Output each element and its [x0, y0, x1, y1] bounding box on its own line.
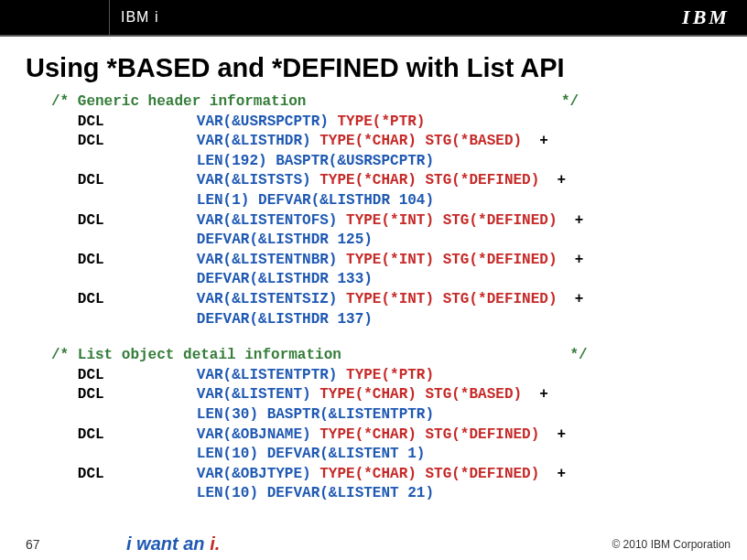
var-usrspcptr: VAR(&USRSPCPTR) — [197, 113, 329, 130]
len-1: LEN(1) — [197, 192, 250, 209]
type-char: TYPE(*CHAR) — [311, 426, 417, 443]
basptr-listentptr: BASPTR(&LISTENTPTR) — [258, 406, 434, 423]
plus: + — [522, 133, 548, 149]
stg-defined: STG(*DEFINED) — [434, 291, 557, 307]
len-30: LEN(30) — [197, 406, 258, 423]
type-char: TYPE(*CHAR) — [311, 172, 417, 188]
type-ptr: TYPE(*PTR) — [329, 113, 426, 130]
plus: + — [522, 386, 548, 403]
type-char: TYPE(*CHAR) — [311, 386, 417, 403]
defvar-listent-21: DEFVAR(&LISTENT 21) — [258, 485, 434, 501]
tagline-pre: i want an — [126, 533, 210, 554]
comment-open-2: /* List object detail information — [51, 347, 341, 363]
len-10: LEN(10) — [197, 485, 258, 501]
type-int: TYPE(*INT) — [337, 212, 434, 229]
var-listentofs: VAR(&LISTENTOFS) — [197, 212, 338, 229]
type-char: TYPE(*CHAR) — [311, 133, 417, 149]
plus: + — [539, 172, 566, 188]
ibm-logo: IBM — [665, 0, 747, 35]
header-brand: IBM i — [110, 0, 665, 35]
plus: + — [557, 291, 583, 307]
tagline: i want an i. — [126, 533, 220, 555]
var-listentptr: VAR(&LISTENTPTR) — [197, 367, 338, 383]
basptr-usrspcptr: BASPTR(&USRSPCPTR) — [267, 153, 434, 169]
comment-close-1: */ — [561, 93, 579, 110]
comment-close-2: */ — [570, 347, 588, 363]
header-bar: IBM i IBM — [0, 0, 747, 37]
code-block-1: /* Generic header information */ DCLVAR(… — [0, 92, 747, 329]
dcl: DCL — [78, 366, 197, 386]
ibm-logo-text: IBM — [682, 5, 730, 29]
stg-defined: STG(*DEFINED) — [417, 172, 539, 188]
var-listentsiz: VAR(&LISTENTSIZ) — [197, 291, 338, 307]
len-192: LEN(192) — [197, 153, 267, 169]
type-char: TYPE(*CHAR) — [311, 466, 417, 482]
type-int: TYPE(*INT) — [337, 252, 434, 268]
type-ptr: TYPE(*PTR) — [337, 367, 434, 383]
defvar-listent-1: DEFVAR(&LISTENT 1) — [258, 446, 425, 462]
var-listent: VAR(&LISTENT) — [197, 386, 311, 403]
copyright: © 2010 IBM Corporation — [612, 538, 731, 551]
stg-defined: STG(*DEFINED) — [434, 212, 557, 229]
header-left-spacer — [0, 0, 110, 35]
var-objtype: VAR(&OBJTYPE) — [197, 466, 311, 482]
defvar-listhdr-133: DEFVAR(&LISTHDR 133) — [197, 271, 373, 287]
len-10: LEN(10) — [197, 446, 258, 462]
stg-defined: STG(*DEFINED) — [434, 252, 557, 268]
dcl: DCL — [78, 385, 197, 405]
dcl: DCL — [78, 465, 197, 485]
tagline-i: i. — [210, 533, 220, 554]
defvar-listhdr-137: DEFVAR(&LISTHDR 137) — [197, 311, 373, 328]
stg-defined: STG(*DEFINED) — [417, 426, 539, 443]
footer: 67 i want an i. © 2010 IBM Corporation — [0, 533, 747, 555]
plus: + — [539, 466, 566, 482]
var-listentnbr: VAR(&LISTENTNBR) — [197, 252, 338, 268]
dcl: DCL — [78, 113, 197, 133]
defvar-listhdr-125: DEFVAR(&LISTHDR 125) — [197, 232, 373, 248]
dcl: DCL — [78, 171, 197, 191]
var-objname: VAR(&OBJNAME) — [197, 426, 311, 443]
page-number: 67 — [26, 537, 126, 552]
dcl: DCL — [78, 425, 197, 446]
dcl: DCL — [78, 251, 197, 271]
stg-defined: STG(*DEFINED) — [417, 466, 539, 482]
dcl: DCL — [78, 290, 197, 310]
code-block-2: /* List object detail information */ DCL… — [0, 346, 747, 504]
dcl: DCL — [78, 211, 197, 232]
defvar-listhdr-104: DEFVAR(&LISTHDR 104) — [249, 192, 434, 209]
comment-open-1: /* Generic header information — [51, 93, 306, 110]
var-liststs: VAR(&LISTSTS) — [197, 172, 311, 188]
plus: + — [557, 212, 583, 229]
type-int: TYPE(*INT) — [337, 291, 434, 307]
var-listhdr: VAR(&LISTHDR) — [197, 133, 311, 149]
plus: + — [557, 252, 583, 268]
stg-based: STG(*BASED) — [417, 386, 522, 403]
stg-based: STG(*BASED) — [417, 133, 522, 149]
plus: + — [539, 426, 566, 443]
dcl: DCL — [78, 132, 197, 152]
slide-title: Using *BASED and *DEFINED with List API — [0, 37, 747, 92]
